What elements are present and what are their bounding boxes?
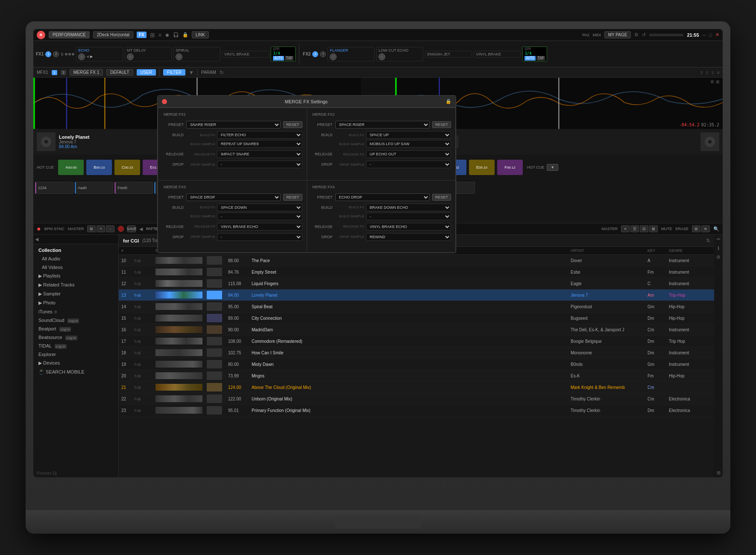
table-row[interactable]: 23 ↻⊞ 95.01 Primary Function (Original M…	[119, 405, 714, 416]
fx-toggle[interactable]: FX	[137, 32, 147, 38]
beatsource-login[interactable]: Log in	[65, 336, 77, 340]
my-page-btn[interactable]: MY PAGE	[604, 31, 631, 38]
table-row[interactable]: 10 ↻⊞ 88.00 The Pace	[119, 255, 714, 266]
sidebar-playlists[interactable]: ▶ Playlists	[33, 272, 118, 280]
user-btn[interactable]: USER	[137, 69, 156, 76]
fx3-releasefx-select[interactable]: VINYL BRAKE ECHO	[217, 223, 302, 231]
fx2-num1[interactable]: 2	[312, 51, 318, 57]
bottom-icon[interactable]: ⊞	[717, 470, 721, 476]
tap-btn[interactable]: TAP	[285, 56, 293, 61]
settings2-icon[interactable]: ⚙	[716, 254, 721, 260]
layout-btn[interactable]: 2Deck Horizontal	[93, 31, 133, 38]
dialog-close-btn[interactable]	[162, 99, 167, 104]
tidal-login[interactable]: Log in	[55, 344, 67, 349]
sidebar-beatport[interactable]: Beatport Log in	[33, 324, 118, 333]
fx1-echo-knob[interactable]	[78, 53, 85, 60]
filter-arrow[interactable]: ▼	[189, 70, 194, 76]
seq-grid2-btn[interactable]: ⊟	[640, 225, 648, 232]
sidebar-all-videos[interactable]: All Videos	[33, 263, 118, 272]
hotcue-c[interactable]: C00:23	[114, 160, 140, 175]
seq-save-btn[interactable]: SAVE	[127, 225, 136, 232]
hotcue-a[interactable]: A00:00	[58, 160, 84, 175]
fx2-releasefx-select[interactable]: UP ECHO OUT	[366, 150, 451, 158]
link-btn[interactable]: LINK	[192, 31, 209, 38]
seq-grid3-btn[interactable]: ⊠	[649, 225, 658, 232]
record-icon[interactable]: ⏺	[165, 32, 170, 38]
table-row[interactable]: 16 ↻⊞ 90.00 Madrid3am The Deli, Es-K, & …	[119, 324, 714, 336]
seq-extra2-btn[interactable]: ≋	[701, 225, 710, 232]
fx3-buildfx-select[interactable]: SPACE DOWN	[217, 204, 302, 211]
fx2-auto-btn[interactable]: AUTO	[525, 56, 535, 61]
sidebar-soundcloud[interactable]: SoundCloud Log in	[33, 316, 118, 324]
grid-icon[interactable]: ⊞	[150, 32, 155, 38]
table-row[interactable]: 22 ↻⊞ 122.00 Unborn (Original Mix) Timot…	[119, 393, 714, 405]
edit-icon[interactable]: ✏	[717, 237, 721, 242]
fx1-releasefx-select[interactable]: IMPACT SNARE	[217, 150, 302, 158]
table-row[interactable]: 17 ↻⊞ 108.00 Commodore (Remastered) Boog…	[119, 336, 714, 347]
sidebar-tidal[interactable]: TIDAL Log in	[33, 342, 118, 350]
soundcloud-login[interactable]: Log in	[67, 318, 79, 323]
fx1-mtdelay-knob[interactable]	[127, 53, 134, 60]
sidebar-itunes[interactable]: iTunes ⚙	[33, 307, 118, 316]
table-row-active[interactable]: 13 ↻⊞ 84.00 Lonely Planet Jenova 7 Am Tr…	[119, 289, 714, 301]
volume-slider[interactable]	[649, 34, 683, 36]
fx1-num1[interactable]: 1	[45, 51, 51, 57]
fx4-dropsample-select[interactable]: REWIND	[366, 233, 451, 241]
hotcue2-e[interactable]: E05:10	[469, 160, 495, 175]
fx3-buildsample-select[interactable]: -	[217, 213, 302, 220]
sidebar-explorer[interactable]: Explorer	[33, 350, 118, 359]
beatport-login[interactable]: Log in	[59, 327, 71, 332]
fx2-tap-btn[interactable]: TAP	[536, 56, 545, 61]
fx2-num2[interactable]: 7	[320, 51, 326, 57]
maximize-btn[interactable]: □	[709, 32, 712, 38]
fx2-flanger-knob[interactable]	[330, 53, 337, 60]
table-row-highlighted[interactable]: 21 ↻⊞ 124.00 Above The Cloud (Original M…	[119, 382, 714, 393]
search-icon[interactable]: 🔍	[713, 226, 719, 232]
itunes-settings-icon[interactable]: ⚙	[54, 310, 57, 314]
sort-icon[interactable]: ⇅	[706, 238, 710, 243]
fx1-spiral-knob[interactable]	[176, 53, 182, 60]
fx1-buildsample-select[interactable]: REPEAT UP SNARE9	[217, 140, 302, 148]
merge-fx1-btn[interactable]: MERGE FX 1	[70, 69, 103, 76]
performance-mode-btn[interactable]: PERFORMANCE	[49, 31, 90, 38]
filter-btn[interactable]: FILTER	[163, 69, 185, 76]
fx2-dropsample-select[interactable]: -	[366, 161, 451, 168]
fx1-dropsample-select[interactable]: -	[217, 161, 302, 168]
beat-sync2-icon[interactable]: ⊞	[716, 79, 719, 84]
seq-minus-btn[interactable]: -	[106, 225, 114, 232]
default-btn[interactable]: DEFAULT	[106, 69, 133, 76]
sample-1234[interactable]: 1234	[35, 182, 73, 194]
hotcue2-down2[interactable]: ▼	[547, 164, 558, 171]
minimize-btn[interactable]: ─	[703, 32, 706, 38]
seq-red-btn[interactable]	[118, 226, 124, 232]
sidebar-related-tracks[interactable]: ▶ Related Tracks	[33, 280, 118, 289]
sample-aaah[interactable]: Aaah	[75, 182, 113, 194]
table-row[interactable]: 11 ↻⊞ 84.76 Empty Street Esbe Fm Instrum…	[119, 266, 714, 278]
sidebar-photo[interactable]: ▶ Photo	[33, 298, 118, 307]
fx1-buildfx-select[interactable]: FILTER ECHO	[217, 131, 302, 139]
fx4-buildsample-select[interactable]: -	[366, 213, 451, 220]
laptop-trackpad[interactable]	[335, 516, 421, 529]
hotcue-b[interactable]: B00:10	[86, 160, 112, 175]
refresh-icon[interactable]: ↺	[642, 32, 646, 38]
fx1-num2[interactable]: 2	[53, 51, 59, 57]
table-row[interactable]: 15 ↻⊞ 89.00 City Connection Bugseed Dm H…	[119, 313, 714, 324]
auto-btn[interactable]: AUTO	[273, 56, 284, 61]
fx2-buildfx-select[interactable]: SPACE UP	[366, 131, 451, 139]
table-row[interactable]: 20 ↻⊞ 73.99 Mngns Es-K Fm Hip-Hop	[119, 370, 714, 382]
fx4-releasefx-select[interactable]: VINYL BRAKE ECHO	[366, 223, 451, 231]
sidebar-sampler[interactable]: ▶ Sampler	[33, 289, 118, 298]
fx2-preset-select[interactable]: SPACE RISER	[335, 121, 430, 129]
fx3-preset-select[interactable]: SPACE DROP	[186, 193, 281, 201]
sidebar-devices[interactable]: ▶ Devices	[33, 359, 118, 368]
seq-list-btn[interactable]: ≡	[621, 225, 630, 232]
sidebar-collection-header[interactable]: Collection	[33, 244, 118, 254]
mixer-icon[interactable]: ≡	[158, 32, 161, 38]
headphone-icon[interactable]: 🎧	[173, 32, 179, 38]
seq-plus-btn[interactable]: +	[97, 225, 105, 232]
settings-icon[interactable]: ⚙	[634, 32, 639, 38]
fx4-buildfx-select[interactable]: BRAKE DOWN ECHO	[366, 204, 451, 211]
fx2-reset-btn[interactable]: RESET	[432, 121, 451, 128]
sidebar-search-mobile[interactable]: 📱 SEARCH MOBILE	[33, 368, 118, 377]
sidebar-beatsource[interactable]: Beatsource Log in	[33, 333, 118, 342]
